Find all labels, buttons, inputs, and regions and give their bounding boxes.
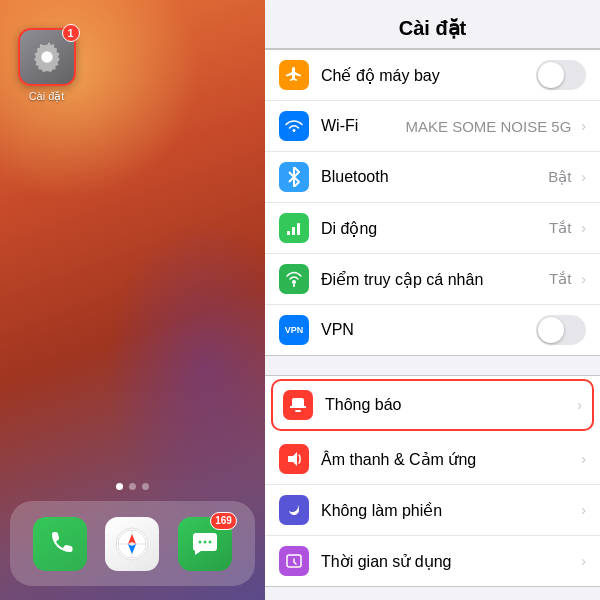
- mobile-label: Di động: [321, 219, 549, 238]
- screentime-icon: [279, 546, 309, 576]
- dock: 169: [10, 501, 255, 586]
- airplane-label: Chế độ máy bay: [321, 66, 528, 85]
- hotspot-value: Tắt: [549, 270, 571, 288]
- wifi-icon: [279, 111, 309, 141]
- dnd-icon: [279, 495, 309, 525]
- app-badge: 1: [62, 24, 80, 42]
- hotspot-icon: [279, 264, 309, 294]
- bluetooth-chevron: ›: [581, 169, 586, 185]
- app-label: Cài đặt: [29, 90, 65, 103]
- dot-1: [116, 483, 123, 490]
- section-gap-2: [265, 588, 600, 600]
- hotspot-label: Điểm truy cập cá nhân: [321, 270, 549, 289]
- dock-safari[interactable]: [105, 517, 159, 571]
- hotspot-chevron: ›: [581, 271, 586, 287]
- row-wifi[interactable]: Wi-Fi MAKE SOME NOISE 5G ›: [265, 101, 600, 152]
- bluetooth-label: Bluetooth: [321, 168, 548, 186]
- svg-marker-19: [288, 452, 297, 466]
- svg-point-9: [203, 540, 206, 543]
- screentime-chevron: ›: [581, 553, 586, 569]
- svg-point-1: [41, 52, 52, 63]
- vpn-label: VPN: [321, 321, 528, 339]
- sounds-label: Âm thanh & Cảm ứng: [321, 450, 577, 469]
- row-notifications[interactable]: Thông báo ›: [271, 379, 594, 431]
- screen: 1 Cài đặt: [0, 0, 600, 600]
- svg-rect-11: [287, 231, 290, 235]
- wifi-label: Wi-Fi: [321, 117, 405, 135]
- vpn-icon: VPN: [279, 315, 309, 345]
- screentime-label: Thời gian sử dụng: [321, 552, 577, 571]
- bluetooth-icon: [279, 162, 309, 192]
- airplane-icon: [279, 60, 309, 90]
- svg-rect-17: [290, 406, 306, 408]
- vpn-toggle[interactable]: [536, 315, 586, 345]
- svg-rect-18: [295, 410, 301, 412]
- mobile-value: Tắt: [549, 219, 571, 237]
- notifications-icon: [283, 390, 313, 420]
- dock-messages[interactable]: 169: [178, 517, 232, 571]
- row-dnd[interactable]: Không làm phiền ›: [265, 485, 600, 536]
- sounds-chevron: ›: [581, 451, 586, 467]
- home-screen: 1 Cài đặt: [0, 0, 265, 600]
- dnd-chevron: ›: [581, 502, 586, 518]
- wifi-chevron: ›: [581, 118, 586, 134]
- svg-point-14: [292, 280, 296, 284]
- section-gap-1: [265, 357, 600, 375]
- svg-rect-12: [292, 227, 295, 235]
- row-airplane[interactable]: Chế độ máy bay: [265, 50, 600, 101]
- row-screentime[interactable]: Thời gian sử dụng ›: [265, 536, 600, 586]
- settings-title: Cài đặt: [281, 16, 584, 40]
- bluetooth-value: Bật: [548, 168, 571, 186]
- row-sounds[interactable]: Âm thanh & Cảm ứng ›: [265, 434, 600, 485]
- dot-2: [129, 483, 136, 490]
- svg-rect-15: [293, 284, 295, 287]
- settings-app-icon[interactable]: 1: [18, 28, 76, 86]
- settings-header: Cài đặt: [265, 0, 600, 49]
- settings-panel: Cài đặt Chế độ máy bay: [265, 0, 600, 600]
- row-vpn[interactable]: VPN VPN: [265, 305, 600, 355]
- notifications-chevron: ›: [577, 397, 582, 413]
- airplane-toggle[interactable]: [536, 60, 586, 90]
- page-dots: [0, 483, 265, 490]
- notifications-label: Thông báo: [325, 396, 573, 414]
- mobile-chevron: ›: [581, 220, 586, 236]
- svg-point-8: [198, 540, 201, 543]
- sounds-icon: [279, 444, 309, 474]
- row-hotspot[interactable]: Điểm truy cập cá nhân Tắt ›: [265, 254, 600, 305]
- group-connectivity: Chế độ máy bay Wi-Fi MAKE SOME NOISE 5G …: [265, 49, 600, 356]
- svg-rect-13: [297, 223, 300, 235]
- dnd-label: Không làm phiền: [321, 501, 577, 520]
- row-bluetooth[interactable]: Bluetooth Bật ›: [265, 152, 600, 203]
- group-notifications: Thông báo › Âm thanh & Cảm ứng ›: [265, 375, 600, 587]
- dock-phone[interactable]: [33, 517, 87, 571]
- settings-app-icon-container[interactable]: 1 Cài đặt: [14, 28, 79, 103]
- mobile-icon: [279, 213, 309, 243]
- messages-badge: 169: [210, 512, 237, 530]
- dot-3: [142, 483, 149, 490]
- row-mobile[interactable]: Di động Tắt ›: [265, 203, 600, 254]
- settings-list[interactable]: Chế độ máy bay Wi-Fi MAKE SOME NOISE 5G …: [265, 49, 600, 600]
- svg-point-10: [208, 540, 211, 543]
- wifi-value: MAKE SOME NOISE 5G: [405, 118, 571, 135]
